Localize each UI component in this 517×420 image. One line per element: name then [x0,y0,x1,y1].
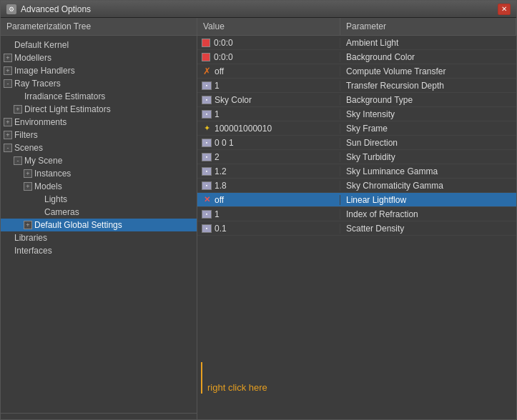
data-row-2[interactable]: ✗offCompute Volume Transfer [197,64,516,79]
expand-icon-models[interactable]: + [24,182,32,191]
row-value-text-12: 1 [215,209,220,219]
tree-label-default-global-settings: Default Global Settings [34,220,122,230]
tree-item-direct-light-estimators[interactable]: +Direct Light Estimators [1,103,197,116]
data-row-13[interactable]: ▪0.1Scatter Density [197,221,516,236]
data-row-0[interactable]: 0:0:0Ambient Light [197,36,516,50]
expand-icon-instances[interactable]: + [24,169,32,178]
row-value-text-4: Sky Color [215,95,252,105]
doc-icon-9: ▪ [202,167,212,176]
row-value-text-10: 1.8 [215,181,227,191]
data-row-5[interactable]: ▪1Sky Intensity [197,107,516,121]
tree-item-default-kernel[interactable]: Default Kernel [1,39,197,51]
tree-item-lights[interactable]: Lights [1,193,197,206]
tree-item-libraries[interactable]: Libraries [1,231,197,244]
row-value-text-5: 1 [215,109,220,119]
row-value-9: ▪1.2 [197,166,340,176]
tree-label-default-kernel: Default Kernel [14,40,69,50]
doc-icon-4: ▪ [202,96,212,104]
data-row-10[interactable]: ▪1.8Sky Chromaticity Gamma [197,179,516,193]
data-row-1[interactable]: 0:0:0Background Color [197,50,516,64]
tree-item-irradiance-estimators[interactable]: Irradiance Estimators [1,90,197,103]
tree-item-filters[interactable]: +Filters [1,129,197,141]
row-value-5: ▪1 [197,109,340,119]
title-bar: ⚙ Advanced Options ✕ [1,1,516,18]
tree-item-scenes[interactable]: -Scenes [1,141,197,154]
row-value-text-1: 0:0:0 [214,52,233,62]
row-param-3: Transfer Recursion Depth [340,81,516,91]
toggle-icon-2: ✗ [202,67,212,76]
tree-label-direct-light-estimators: Direct Light Estimators [24,104,111,114]
tree-label-models: Models [34,181,62,191]
sun-icon-6: ✦ [202,124,212,133]
doc-icon-10: ▪ [202,181,212,190]
data-row-11[interactable]: ✕offLinear Lightflow [197,193,516,207]
doc-icon-8: ▪ [202,153,212,161]
data-row-8[interactable]: ▪2Sky Turbidity [197,150,516,164]
color-swatch-1 [202,53,210,61]
row-value-6: ✦100001000010 [197,124,340,134]
tree-item-cameras[interactable]: Cameras [1,206,197,219]
expand-icon-environments[interactable]: + [4,118,12,126]
tree-item-my-scene[interactable]: -My Scene [1,154,197,167]
doc-icon-13: ▪ [202,224,212,233]
tree-item-models[interactable]: +Models [1,180,197,193]
row-param-4: Background Type [340,95,516,105]
main-window: ⚙ Advanced Options ✕ Parameterization Tr… [0,0,517,420]
row-value-text-2: off [215,66,224,76]
doc-icon-12: ▪ [202,210,212,219]
row-value-text-3: 1 [215,81,220,91]
row-value-text-8: 2 [215,152,220,162]
row-value-text-11: off [215,195,224,205]
tree-item-image-handlers[interactable]: +Image Handlers [1,64,197,77]
expand-icon-default-global-settings[interactable]: + [24,221,32,229]
left-panel: Parameterization Tree Default Kernel+Mod… [1,18,197,419]
tree-item-interfaces[interactable]: Interfaces [1,244,197,257]
row-value-1: 0:0:0 [197,52,340,62]
row-value-0: 0:0:0 [197,38,340,48]
row-value-4: ▪Sky Color [197,95,340,105]
tree-label-image-handlers: Image Handlers [14,66,75,76]
col-header-param: Parameter [340,18,516,35]
row-param-2: Compute Volume Transfer [340,66,516,76]
expand-icon-filters[interactable]: + [4,131,12,139]
tree-label-filters: Filters [14,130,38,140]
tree-item-environments[interactable]: +Environments [1,116,197,129]
tree-item-modellers[interactable]: +Modellers [1,51,197,64]
row-value-text-13: 0.1 [215,224,227,234]
color-swatch-0 [202,39,210,47]
row-param-5: Sky Intensity [340,109,516,119]
doc-icon-7: ▪ [202,139,212,147]
window-title: Advanced Options [21,4,498,14]
data-row-6[interactable]: ✦100001000010Sky Frame [197,121,516,136]
data-row-12[interactable]: ▪1Index of Refraction [197,207,516,221]
expand-icon-modellers[interactable]: + [4,54,12,62]
expand-icon-image-handlers[interactable]: + [4,66,12,75]
tree-item-ray-tracers[interactable]: -Ray Tracers [1,77,197,90]
collapse-icon-ray-tracers[interactable]: - [4,79,12,88]
right-panel: Value Parameter 0:0:0Ambient Light0:0:0B… [197,18,516,419]
expand-icon-direct-light-estimators[interactable]: + [14,105,22,114]
rows-area: 0:0:0Ambient Light0:0:0Background Color✗… [197,36,516,362]
collapse-icon-my-scene[interactable]: - [14,156,22,165]
row-param-10: Sky Chromaticity Gamma [340,181,516,191]
tree-header: Parameterization Tree [1,18,197,36]
data-row-3[interactable]: ▪1Transfer Recursion Depth [197,79,516,93]
data-row-7[interactable]: ▪0 0 1Sun Direction [197,136,516,150]
right-panel-header: Value Parameter [197,18,516,36]
data-row-9[interactable]: ▪1.2Sky Luminance Gamma [197,164,516,179]
row-param-11: Linear Lightflow [340,195,516,205]
collapse-icon-scenes[interactable]: - [4,144,12,152]
tree-label-instances: Instances [34,169,71,179]
row-param-7: Sun Direction [340,138,516,148]
right-click-hint: right click here [207,382,267,393]
tree-item-instances[interactable]: +Instances [1,167,197,180]
row-value-3: ▪1 [197,81,340,91]
vertical-line-indicator [201,362,202,394]
left-bottom-spacer [1,413,197,419]
data-row-4[interactable]: ▪Sky ColorBackground Type [197,93,516,107]
tree-item-default-global-settings[interactable]: +Default Global Settings [1,219,197,231]
row-value-text-0: 0:0:0 [214,38,233,48]
tree-label-lights: Lights [44,194,67,204]
close-button[interactable]: ✕ [498,4,511,15]
row-param-13: Scatter Density [340,224,516,234]
